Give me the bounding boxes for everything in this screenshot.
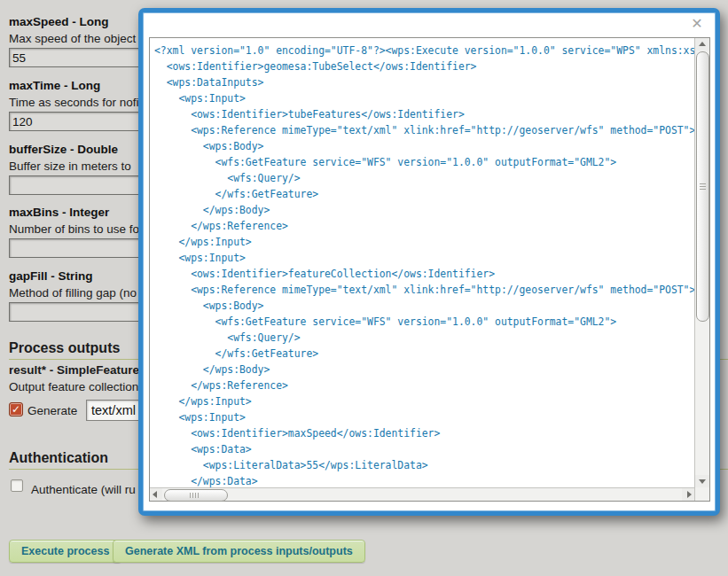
scroll-left-icon [153,491,157,498]
xml-line: <wps:Reference mimeType="text/xml" xlink… [154,282,694,298]
xml-line: </wps:Input> [154,393,694,409]
field-description-maxtime: Time as seconds for nofi [9,95,139,110]
xml-line: <wps:Input> [154,250,694,266]
scroll-up-icon [699,42,706,46]
horizontal-scrollbar-thumb[interactable] [164,489,228,502]
generate-checkbox-label: Generate [27,404,77,417]
xml-line: </wps:Input> [154,234,694,250]
xml-line: <wps:DataInputs> [154,74,694,90]
xml-line: <wps:Reference mimeType="text/xml" xlink… [154,122,694,138]
xml-line: <wps:Body> [154,298,694,314]
scroll-up-button[interactable] [695,38,709,51]
xml-line: <wps:Data> [154,441,694,457]
xml-line: </wps:Body> [154,362,694,378]
scroll-left-button[interactable] [150,488,162,501]
xml-line: <ows:Identifier>featureCollection</ows:I… [154,266,694,282]
vertical-scrollbar[interactable] [694,38,709,501]
xml-line: <wfs:Query/> [154,170,694,186]
xml-line: <wps:Body> [154,138,694,154]
xml-line: <?xml version="1.0" encoding="UTF-8"?><w… [154,43,694,58]
xml-line: <wfs:Query/> [154,330,694,346]
xml-line: </wps:Data> [154,473,694,487]
scroll-down-icon [699,479,706,484]
authenticate-checkbox[interactable] [11,479,23,492]
field-description-gapfill: Method of filling gap (no [9,285,137,300]
xml-line: <ows:Identifier>geomesa:TubeSelect</ows:… [154,58,694,74]
generate-xml-button[interactable]: Generate XML from process inputs/outputs [113,540,365,563]
scroll-right-icon [687,491,692,498]
xml-line: <wps:LiteralData>55</wps:LiteralData> [154,457,694,473]
xml-line: <ows:Identifier>maxSpeed</ows:Identifier… [154,425,694,441]
xml-line: </wfs:GetFeature> [154,346,694,362]
xml-line: <wfs:GetFeature service="WFS" version="1… [154,154,694,170]
scroll-down-button[interactable] [695,475,709,487]
thumb-grip-icon [700,183,706,191]
close-icon[interactable]: ✕ [689,16,705,32]
xml-line: <wps:Input> [154,90,694,106]
xml-code-panel: <?xml version="1.0" encoding="UTF-8"?><w… [149,37,710,502]
generate-checkbox[interactable]: ✓ [9,402,23,416]
field-description-buffersize: Buffer size in meters to [9,159,131,174]
vertical-scrollbar-thumb[interactable] [696,51,709,322]
xml-line: <wfs:GetFeature service="WFS" version="1… [154,314,694,330]
execute-process-button[interactable]: Execute process [9,540,121,563]
xml-line: </wps:Reference> [154,218,694,234]
authenticate-checkbox-label: Authenticate (will ru [31,483,136,496]
scroll-right-button[interactable] [682,488,694,501]
xml-dialog: ✕ <?xml version="1.0" encoding="UTF-8"?>… [138,8,720,516]
field-description-maxbins: Number of bins to use fo [9,222,139,237]
result-label: result* - SimpleFeature [9,363,139,377]
xml-line: <wps:Input> [154,409,694,425]
xml-line: <ows:Identifier>tubeFeatures</ows:Identi… [154,106,694,122]
xml-line: </wps:Reference> [154,378,694,393]
xml-code: <?xml version="1.0" encoding="UTF-8"?><w… [150,38,694,487]
horizontal-scrollbar[interactable] [150,487,694,501]
thumb-grip-icon [190,493,199,498]
xml-line: </wps:Body> [154,202,694,218]
result-description: Output feature collection [9,380,138,393]
field-description-maxspeed: Max speed of the object [9,31,136,46]
xml-line: </wfs:GetFeature> [154,186,694,202]
